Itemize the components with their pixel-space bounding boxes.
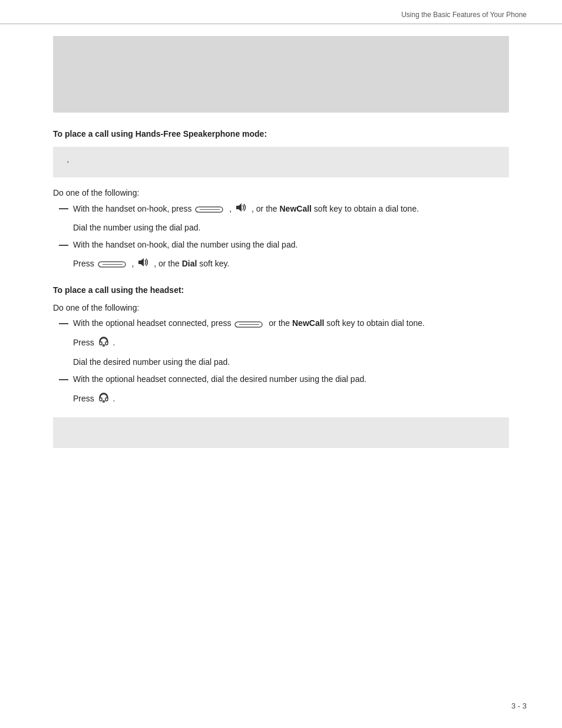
speakerphone-bullet-1: — With the handset on-hook, press , , or…: [59, 202, 509, 217]
page-footer: 3 - 3: [511, 701, 527, 710]
sp-b1-bold: NewCall: [280, 204, 312, 213]
hs-indent1-after: .: [113, 338, 115, 347]
sp-b1-text-before: With the handset on-hook, press: [73, 204, 192, 213]
speakerphone-bullet-1-content: With the handset on-hook, press , , or t…: [73, 202, 509, 217]
svg-marker-5: [138, 258, 144, 266]
hs-b1-text-end: soft key to obtain dial tone.: [326, 318, 425, 328]
sp-indent2-comma: ,: [132, 259, 134, 268]
note-row-speakerphone: ,: [53, 147, 509, 177]
hs-b1-text-after: or the: [269, 318, 290, 328]
hs-press-3: Press: [73, 394, 94, 403]
headset-bullet-2-content: With the optional headset connected, dia…: [73, 373, 509, 386]
speakerphone-heading: To place a call using Hands-Free Speaker…: [53, 129, 509, 139]
headset-icon-1: [98, 335, 110, 351]
hs-indent-3: Press .: [73, 391, 509, 407]
note-comma: ,: [67, 155, 70, 164]
headset-bullet-1: — With the optional headset connected, p…: [59, 317, 509, 330]
bottom-gray-box: [53, 417, 509, 448]
hs-press-1: Press: [73, 338, 94, 347]
headset-bullet-1-content: With the optional headset connected, pre…: [73, 317, 509, 330]
hs-indent-1: Press .: [73, 335, 509, 351]
line-key-icon-1: [195, 205, 226, 214]
dash-icon-3: —: [59, 317, 70, 330]
page-number: 3 - 3: [511, 701, 527, 710]
line-key-icon-2: [98, 259, 128, 269]
dash-icon-2: —: [59, 239, 70, 252]
sp-b1-comma: ,: [229, 204, 232, 213]
sp-indent2-after: soft key.: [199, 259, 229, 268]
header-text: Using the Basic Features of Your Phone: [401, 11, 527, 19]
hs-indent-2: Dial the desired number using the dial p…: [73, 356, 509, 369]
speaker-icon-2: [137, 257, 150, 272]
speakerphone-bullet-2-content: With the handset on-hook, dial the numbe…: [73, 239, 509, 252]
hs-b1-text-before: With the optional headset connected, pre…: [73, 318, 232, 328]
headset-bullet-2: — With the optional headset connected, d…: [59, 373, 509, 386]
headset-heading: To place a call using the headset:: [53, 285, 509, 295]
top-gray-box: [53, 36, 509, 113]
speakerphone-bullet-2: — With the handset on-hook, dial the num…: [59, 239, 509, 252]
sp-indent-1: Dial the number using the dial pad.: [73, 222, 509, 235]
main-content: To place a call using Hands-Free Speaker…: [0, 24, 562, 472]
hs-indent3-after: .: [113, 394, 115, 403]
do-one-following-headset: Do one of the following:: [53, 303, 509, 312]
speaker-icon-1: [235, 202, 248, 217]
line-key-icon-3: [234, 319, 265, 329]
sp-b1-text-end: soft key to obtain a dial tone.: [314, 204, 419, 213]
do-one-following-speakerphone: Do one of the following:: [53, 188, 509, 197]
sp-b1-text-after: , or the: [252, 204, 277, 213]
sp-indent2-bold: Dial: [182, 259, 197, 268]
sp-indent-2: Press , , or the Dial soft key.: [73, 257, 509, 272]
hs-b1-bold: NewCall: [292, 318, 324, 328]
svg-marker-2: [236, 203, 242, 212]
dash-icon-4: —: [59, 373, 70, 386]
dash-icon-1: —: [59, 202, 70, 215]
sp-indent2-press: Press: [73, 259, 94, 268]
headset-icon-2: [98, 391, 110, 407]
page-header: Using the Basic Features of Your Phone: [0, 0, 562, 24]
sp-indent2-middle: , or the: [154, 259, 180, 268]
